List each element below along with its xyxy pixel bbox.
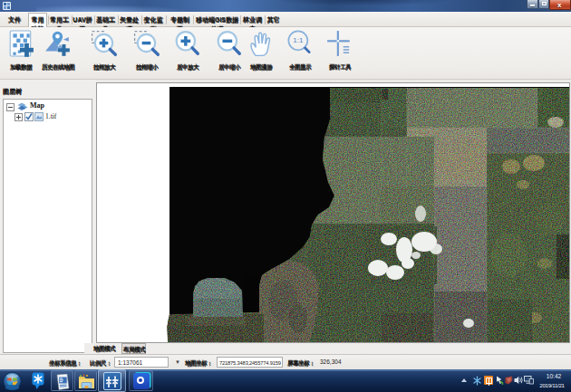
svg-text:1:1: 1:1 — [293, 36, 304, 44]
